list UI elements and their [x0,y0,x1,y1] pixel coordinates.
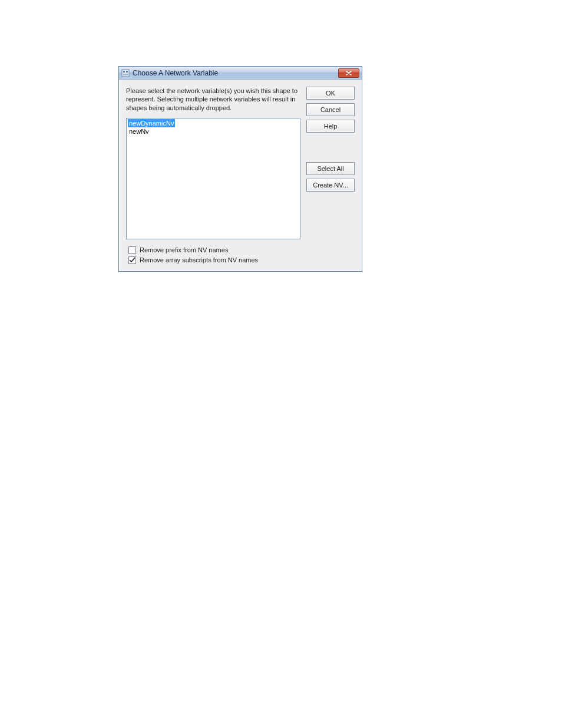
svg-rect-1 [123,71,125,73]
dialog-window: Choose A Network Variable Please select … [118,66,362,272]
svg-rect-3 [123,74,128,75]
titlebar: Choose A Network Variable [119,67,362,80]
svg-rect-2 [126,71,128,73]
right-column: OK Cancel Help Select All Create NV... [306,87,355,265]
help-button[interactable]: Help [306,120,355,133]
ok-button[interactable]: OK [306,87,355,100]
remove-subscripts-checkbox[interactable] [128,256,136,264]
dialog-title: Choose A Network Variable [133,69,338,77]
left-column: Please select the network variable(s) yo… [126,87,300,265]
cancel-button[interactable]: Cancel [306,103,355,116]
button-gap [306,136,355,159]
create-nv-button[interactable]: Create NV... [306,179,355,192]
remove-prefix-label: Remove prefix from NV names [140,246,228,253]
option-remove-subscripts: Remove array subscripts from NV names [126,255,300,265]
select-all-button[interactable]: Select All [306,162,355,175]
remove-prefix-checkbox[interactable] [128,246,136,254]
close-button[interactable] [338,68,359,78]
instruction-text: Please select the network variable(s) yo… [126,87,300,112]
list-item[interactable]: newDynamicNv [128,119,175,127]
dialog-body: Please select the network variable(s) yo… [119,80,362,271]
app-icon [121,69,130,77]
nv-listbox[interactable]: newDynamicNv newNv [126,118,300,239]
list-item[interactable]: newNv [128,128,150,135]
remove-subscripts-label: Remove array subscripts from NV names [140,256,258,263]
option-remove-prefix: Remove prefix from NV names [126,245,300,255]
svg-rect-0 [122,70,129,77]
options-group: Remove prefix from NV names Remove array… [126,245,300,265]
